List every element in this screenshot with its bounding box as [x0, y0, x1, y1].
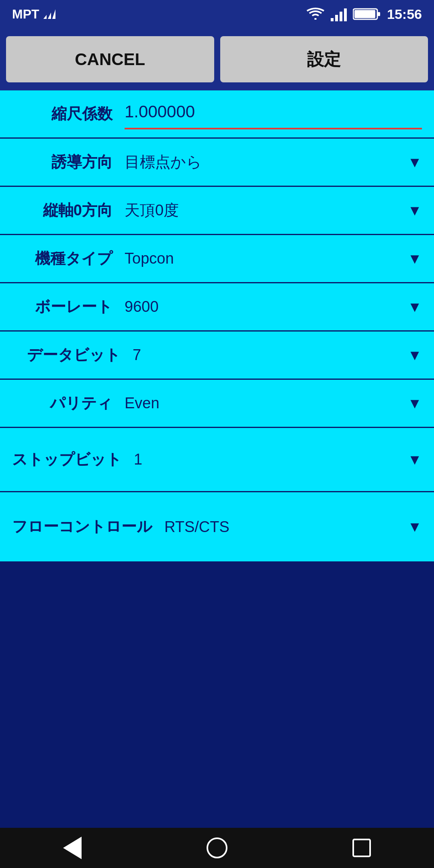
label-stop-bits: ストップビット	[12, 450, 134, 469]
value-flow-control: RTS/CTS ▼	[164, 518, 422, 536]
row-vertical-zero[interactable]: 縦軸0方向 天頂0度 ▼	[0, 187, 434, 235]
form-area: 縮尺係数 1.000000 誘導方向 目標点から ▼ 縦軸0方向 天頂0度 ▼ …	[0, 90, 434, 563]
svg-rect-3	[331, 18, 334, 21]
value-baud-rate: 9600 ▼	[125, 298, 422, 315]
svg-marker-2	[52, 9, 55, 19]
dropdown-arrow-parity: ▼	[407, 395, 422, 412]
row-scale-factor: 縮尺係数 1.000000	[0, 90, 434, 139]
svg-rect-6	[344, 8, 347, 21]
svg-rect-4	[335, 15, 338, 21]
nav-back-button[interactable]	[58, 834, 86, 862]
row-stop-bits[interactable]: ストップビット 1 ▼	[0, 428, 434, 492]
value-device-type: Topcon ▼	[125, 250, 422, 267]
dropdown-arrow-flow: ▼	[407, 518, 422, 535]
value-guidance-direction: 目標点から ▼	[125, 152, 422, 172]
back-icon	[63, 837, 82, 859]
battery-icon	[353, 7, 381, 21]
value-data-bits: 7 ▼	[133, 346, 422, 364]
carrier-text: MPT	[12, 7, 55, 22]
value-parity: Even ▼	[125, 395, 422, 412]
wifi-icon	[306, 7, 325, 21]
dropdown-arrow-baud: ▼	[407, 299, 422, 315]
row-data-bits[interactable]: データビット 7 ▼	[0, 332, 434, 380]
status-bar: MPT 15:56	[0, 0, 434, 28]
bottom-nav	[0, 828, 434, 868]
value-vertical-zero: 天頂0度 ▼	[125, 200, 422, 221]
dropdown-arrow-vertical: ▼	[407, 202, 422, 219]
signal-icon	[331, 7, 347, 21]
row-parity[interactable]: パリティ Even ▼	[0, 380, 434, 428]
scale-factor-value: 1.000000	[125, 102, 195, 121]
label-guidance-direction: 誘導方向	[12, 152, 125, 172]
status-icons: 15:56	[306, 6, 422, 22]
signal-extra-icon	[43, 9, 55, 19]
value-stop-bits: 1 ▼	[134, 451, 422, 468]
header-buttons: CANCEL 設定	[0, 28, 434, 90]
cancel-button[interactable]: CANCEL	[6, 36, 214, 82]
label-vertical-zero: 縦軸0方向	[12, 200, 125, 221]
svg-rect-5	[340, 12, 342, 21]
svg-rect-8	[378, 12, 380, 16]
row-guidance-direction[interactable]: 誘導方向 目標点から ▼	[0, 139, 434, 187]
nav-home-button[interactable]	[203, 834, 231, 862]
home-icon	[207, 837, 227, 858]
row-baud-rate[interactable]: ボーレート 9600 ▼	[0, 283, 434, 332]
label-baud-rate: ボーレート	[12, 297, 125, 317]
label-scale-factor: 縮尺係数	[12, 104, 125, 124]
dropdown-arrow-guidance: ▼	[407, 154, 422, 171]
svg-marker-1	[48, 12, 51, 19]
time-display: 15:56	[387, 6, 422, 22]
dropdown-arrow-databits: ▼	[407, 347, 422, 364]
set-button[interactable]: 設定	[220, 36, 428, 82]
input-scale-factor[interactable]: 1.000000	[125, 102, 422, 126]
row-device-type[interactable]: 機種タイプ Topcon ▼	[0, 235, 434, 283]
dropdown-arrow-stopbits: ▼	[407, 451, 422, 468]
row-flow-control[interactable]: フローコントロール RTS/CTS ▼	[0, 492, 434, 563]
label-parity: パリティ	[12, 393, 125, 414]
svg-marker-0	[43, 15, 47, 19]
input-underline	[125, 128, 422, 129]
label-flow-control: フローコントロール	[12, 517, 164, 536]
dropdown-arrow-device: ▼	[407, 250, 422, 267]
nav-recents-button[interactable]	[348, 834, 376, 862]
label-device-type: 機種タイプ	[12, 248, 125, 269]
label-data-bits: データビット	[12, 345, 133, 365]
recents-icon	[352, 839, 371, 857]
svg-rect-9	[354, 10, 375, 18]
